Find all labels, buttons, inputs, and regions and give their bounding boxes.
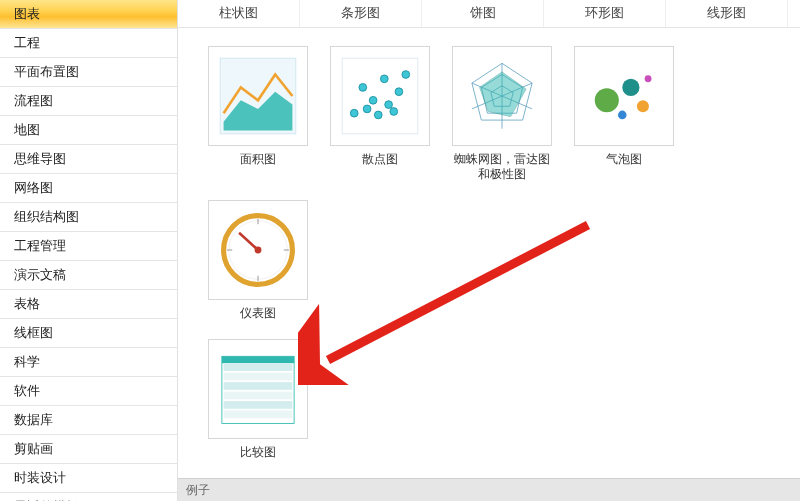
sidebar-item-9[interactable]: 演示文稿 [0,261,177,290]
svg-point-10 [374,111,382,119]
template-label: 气泡图 [574,152,674,167]
sidebar-item-0[interactable]: 图表 [0,0,177,29]
tab-2[interactable]: 饼图 [422,0,544,27]
template-radar[interactable]: 蜘蛛网图，雷达图和极性图 [452,46,552,182]
sidebar-item-3[interactable]: 流程图 [0,87,177,116]
sidebar-item-2[interactable]: 平面布置图 [0,58,177,87]
svg-point-12 [363,105,371,113]
examples-header: 例子 [178,478,800,501]
svg-point-11 [390,108,398,116]
sidebar-item-7[interactable]: 组织结构图 [0,203,177,232]
svg-point-32 [255,247,262,254]
template-grid: 面积图散点图 蜘蛛网图，雷达图和极性图 气泡图 仪表图比较图 [178,28,800,478]
sidebar-item-13[interactable]: 软件 [0,377,177,406]
template-scatter[interactable]: 散点图 [330,46,430,182]
svg-rect-35 [224,363,293,371]
sidebar-item-8[interactable]: 工程管理 [0,232,177,261]
svg-point-7 [385,101,393,109]
svg-rect-38 [224,392,293,400]
svg-point-8 [395,88,403,96]
scatter-chart-icon [330,46,430,146]
svg-point-21 [622,79,639,96]
svg-rect-34 [222,356,294,363]
svg-point-22 [637,100,649,112]
tab-0[interactable]: 柱状图 [178,0,300,27]
sidebar-item-6[interactable]: 网络图 [0,174,177,203]
radar-chart-icon [452,46,552,146]
main-panel: 柱状图条形图饼图环形图线形图 面积图散点图 蜘蛛网图，雷达图和极性图 气泡图 [178,0,800,501]
template-label: 仪表图 [208,306,308,321]
svg-point-9 [402,71,410,79]
sidebar-item-11[interactable]: 线框图 [0,319,177,348]
template-area[interactable]: 面积图 [208,46,308,182]
gauge-chart-icon [208,200,308,300]
svg-point-3 [350,109,358,117]
template-label: 面积图 [208,152,308,167]
template-label: 蜘蛛网图，雷达图和极性图 [452,152,552,182]
svg-point-23 [618,111,627,120]
template-table[interactable]: 比较图 [208,339,308,460]
svg-rect-2 [342,58,418,134]
category-sidebar: 图表工程平面布置图流程图地图思维导图网络图组织结构图工程管理演示文稿表格线框图科… [0,0,178,501]
sidebar-item-10[interactable]: 表格 [0,290,177,319]
sidebar-item-1[interactable]: 工程 [0,29,177,58]
svg-point-6 [380,75,388,83]
svg-point-4 [359,84,367,92]
svg-rect-36 [224,373,293,381]
tab-3[interactable]: 环形图 [544,0,666,27]
template-label: 比较图 [208,445,308,460]
bubble-chart-icon [574,46,674,146]
template-bubble[interactable]: 气泡图 [574,46,674,182]
svg-point-5 [369,96,377,104]
sidebar-item-14[interactable]: 数据库 [0,406,177,435]
sidebar-item-15[interactable]: 剪贴画 [0,435,177,464]
tab-4[interactable]: 线形图 [666,0,788,27]
svg-point-24 [645,75,652,82]
svg-rect-39 [224,401,293,409]
svg-point-20 [595,88,619,112]
sidebar-item-16[interactable]: 时装设计 [0,464,177,493]
sidebar-item-4[interactable]: 地图 [0,116,177,145]
sidebar-item-5[interactable]: 思维导图 [0,145,177,174]
tab-1[interactable]: 条形图 [300,0,422,27]
sidebar-item-17[interactable]: 最近的模板 [0,493,177,501]
area-chart-icon [208,46,308,146]
table-chart-icon [208,339,308,439]
svg-rect-40 [224,411,293,419]
chart-type-tabs: 柱状图条形图饼图环形图线形图 [178,0,800,28]
template-label: 散点图 [330,152,430,167]
svg-rect-37 [224,382,293,390]
template-gauge[interactable]: 仪表图 [208,200,308,321]
sidebar-item-12[interactable]: 科学 [0,348,177,377]
